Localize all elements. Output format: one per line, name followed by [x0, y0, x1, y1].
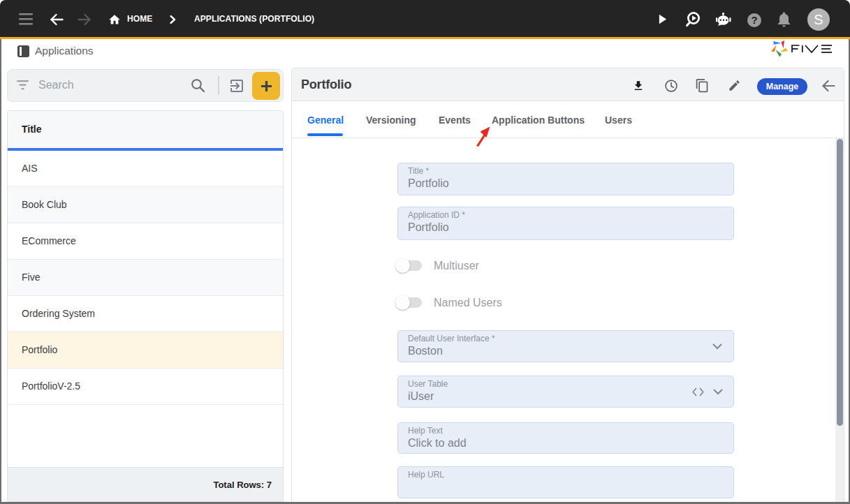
svg-text:?: ? [751, 14, 757, 26]
